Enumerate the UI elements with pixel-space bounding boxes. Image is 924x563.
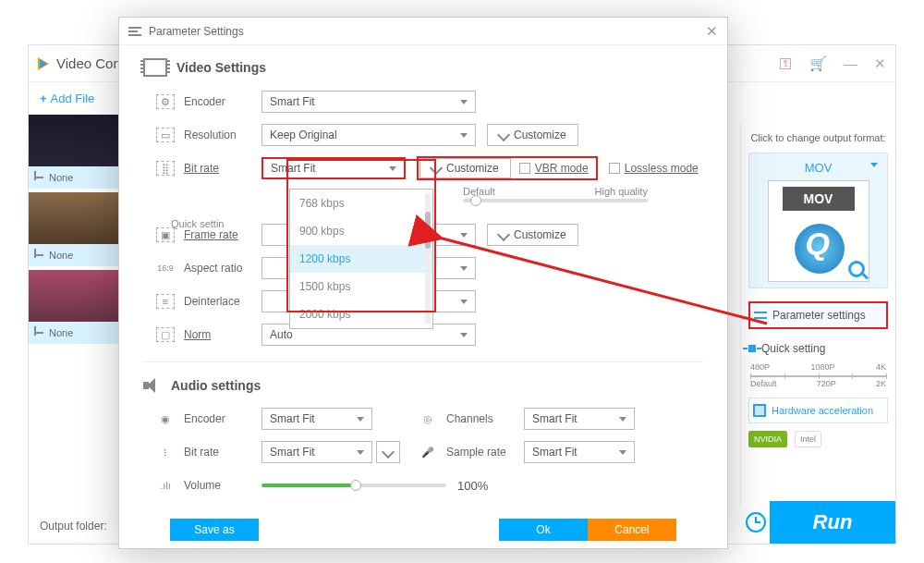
close-button[interactable]: ✕ — [874, 55, 886, 72]
thumbnail-item[interactable]: None — [29, 192, 121, 266]
audio-bitrate-icon: ⫶ — [156, 445, 175, 459]
format-preview: MOV — [768, 180, 869, 282]
chevron-down-icon — [460, 100, 468, 104]
output-folder-label: Output folder: — [40, 520, 107, 532]
resolution-slider[interactable] — [750, 375, 886, 377]
cart-icon[interactable]: 🛒 — [809, 55, 827, 72]
bitrate-dropdown[interactable]: 768 kbps 900 kbps 1200 kbps 1500 kbps 20… — [289, 189, 433, 329]
chevron-down-icon — [460, 300, 468, 304]
deinterlace-label: Deinterlace — [184, 295, 261, 308]
quick-setting-note: Quick settin — [171, 218, 224, 229]
scrollbar[interactable] — [425, 193, 431, 324]
chevron-down-icon — [619, 417, 626, 422]
volume-value: 100% — [457, 479, 488, 493]
format-name: MOV — [755, 159, 881, 180]
ok-button[interactable]: Ok — [499, 519, 588, 541]
bitrate-select[interactable]: Smart Fit — [261, 157, 406, 179]
text-icon — [34, 177, 43, 178]
dropdown-item[interactable]: 1500 kbps — [290, 273, 432, 300]
speaker-icon — [143, 377, 162, 394]
vbr-mode-checkbox[interactable]: VBR mode — [512, 162, 596, 175]
resolution-select[interactable]: Keep Original — [261, 124, 476, 146]
param-btn-label: Parameter settings — [772, 309, 866, 322]
dropdown-item[interactable]: 900 kbps — [290, 217, 432, 245]
aspect-icon: 16:9 — [156, 261, 175, 275]
output-format-card[interactable]: MOV MOV — [748, 153, 888, 288]
audio-bitrate-select[interactable]: Smart Fit — [261, 441, 372, 463]
chevron-down-icon — [460, 333, 468, 337]
lossless-checkbox[interactable] — [609, 163, 620, 174]
slider-thumb[interactable] — [350, 480, 361, 491]
pencil-icon — [497, 228, 510, 241]
framerate-label: Frame rate — [184, 228, 261, 241]
save-as-button[interactable]: Save as — [170, 519, 259, 541]
quick-icon — [748, 345, 756, 352]
add-file-label: Add File — [51, 92, 95, 105]
bitrate-customize-group: Customize VBR mode — [417, 156, 598, 180]
dialog-close-button[interactable]: ✕ — [706, 23, 718, 40]
vendor-badges: NVIDIA Intel — [748, 431, 888, 447]
dialog-footer: Save as Ok Cancel — [119, 519, 727, 541]
chevron-down-icon — [389, 166, 396, 171]
dialog-titlebar: Parameter Settings ✕ — [119, 18, 727, 45]
audio-section-header: Audio settings — [143, 377, 703, 394]
chevron-down-icon — [460, 133, 468, 138]
chip-icon — [753, 404, 766, 417]
encoder-select[interactable]: Smart Fit — [261, 91, 476, 113]
audio-encoder-label: Encoder — [184, 412, 261, 425]
chevron-down-icon — [870, 163, 878, 167]
app-title: Video Conv — [56, 55, 128, 71]
settings-icon — [128, 27, 141, 36]
chevron-down-icon — [357, 450, 364, 455]
resolution-customize-button[interactable]: Customize — [487, 124, 578, 146]
parameter-settings-button[interactable]: Parameter settings — [748, 301, 888, 329]
samplerate-select[interactable]: Smart Fit — [524, 441, 635, 463]
samplerate-label: Sample rate — [446, 446, 524, 459]
lossless-label: Lossless mode — [625, 162, 699, 175]
slider-thumb[interactable] — [470, 195, 481, 206]
thumb-caption: None — [49, 327, 73, 338]
clock-icon[interactable] — [746, 512, 766, 532]
quick-label: Quick setting — [761, 342, 825, 355]
volume-slider[interactable] — [261, 483, 446, 487]
chevron-down-icon — [460, 266, 468, 271]
plus-icon: + — [40, 92, 47, 105]
dropdown-item[interactable]: 1200 kbps — [290, 245, 432, 273]
audio-bitrate-label: Bit rate — [184, 446, 261, 459]
channels-select[interactable]: Smart Fit — [524, 408, 635, 430]
encoder-label: Encoder — [184, 95, 261, 108]
text-icon — [34, 332, 43, 334]
hardware-accel-button[interactable]: Hardware acceleration — [748, 398, 888, 423]
framerate-customize-button[interactable]: Customize — [487, 224, 578, 246]
sliders-icon — [754, 310, 767, 321]
thumb-caption: None — [49, 250, 73, 261]
cancel-button[interactable]: Cancel — [588, 519, 676, 541]
norm-icon: ▢ — [156, 327, 175, 342]
key-icon[interactable]: ⚿ — [779, 55, 793, 72]
pencil-icon — [430, 162, 443, 175]
run-button[interactable]: Run — [770, 501, 895, 544]
hw-label: Hardware acceleration — [772, 405, 873, 416]
resolution-icon: ▭ — [156, 128, 175, 142]
resolution-label: Resolution — [184, 129, 261, 141]
checkbox-icon — [519, 163, 530, 174]
quality-slider[interactable] — [463, 199, 648, 202]
chevron-down-icon — [619, 450, 626, 455]
thumbnail-item[interactable]: None — [29, 115, 121, 189]
channels-icon: ◎ — [419, 411, 437, 426]
thumbnail-item[interactable]: None — [29, 270, 121, 344]
audio-bitrate-edit-button[interactable] — [376, 441, 400, 463]
dropdown-item[interactable]: 768 kbps — [290, 190, 432, 217]
volume-icon: .ılı — [156, 478, 175, 493]
norm-label: Norm — [184, 328, 261, 341]
app-logo-icon — [38, 57, 49, 70]
magnifier-icon — [848, 261, 865, 277]
dropdown-item[interactable]: 2000 kbps — [290, 300, 432, 328]
pencil-icon — [382, 446, 395, 459]
gear-icon: ⚙ — [156, 94, 175, 109]
bitrate-customize-button[interactable]: Customize — [419, 158, 511, 178]
audio-encoder-select[interactable]: Smart Fit — [261, 408, 372, 430]
minimize-button[interactable]: — — [844, 55, 857, 72]
sidebar: Click to change output format: MOV MOV P… — [740, 121, 895, 507]
samplerate-icon: 🎤 — [419, 445, 437, 459]
